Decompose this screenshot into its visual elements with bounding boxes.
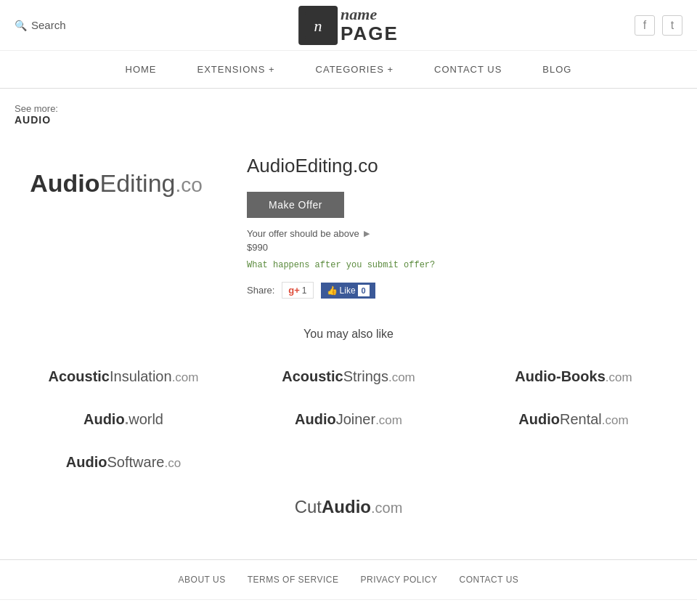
list-item[interactable]: CutAudio.com xyxy=(289,491,409,523)
listing-area: AudioEditing.co AudioEditing.co Make Off… xyxy=(15,140,682,299)
fb-like-button[interactable]: 👍 Like 0 xyxy=(321,283,375,299)
domain-logo-light: Editing xyxy=(99,169,175,197)
also-like-section: You may also like AcousticInsulation.com… xyxy=(15,328,682,523)
svg-text:n: n xyxy=(314,17,322,35)
nav-blog[interactable]: BLOG xyxy=(537,51,577,88)
footer-contact[interactable]: CONTACT US xyxy=(459,575,518,585)
list-item[interactable]: AudioSoftware.co xyxy=(60,448,187,477)
search-trigger[interactable]: 🔍 Search xyxy=(15,19,66,31)
twitter-icon[interactable]: t xyxy=(662,15,682,36)
domain-logo-tld: .co xyxy=(175,174,202,196)
footer-about[interactable]: ABOUT US xyxy=(179,575,226,585)
list-item[interactable]: AudioJoiner.com xyxy=(289,405,408,434)
see-more: See more: AUDIO xyxy=(15,103,682,126)
facebook-icon[interactable]: f xyxy=(635,15,655,36)
offer-amount: $990 xyxy=(247,242,682,253)
also-like-title: You may also like xyxy=(15,328,682,341)
logo-text: name PAGE xyxy=(341,6,399,44)
footer-links: ABOUT US TERMS OF SERVICE PRIVACY POLICY… xyxy=(0,560,697,600)
see-more-link[interactable]: AUDIO xyxy=(15,114,682,126)
share-label: Share: xyxy=(247,285,274,296)
domain-title: AudioEditing.co xyxy=(247,155,682,177)
share-row: Share: g+ 1 👍 Like 0 xyxy=(247,282,682,299)
nav-contact[interactable]: CONTACT US xyxy=(428,51,508,88)
domain-logo-large: AudioEditing.co xyxy=(15,140,218,227)
what-happens-link[interactable]: What happens after you submit offer? xyxy=(247,260,682,270)
social-icons: f t xyxy=(635,15,682,36)
header: 🔍 Search n name PAGE f t xyxy=(0,0,697,51)
list-item[interactable]: AudioRental.com xyxy=(513,405,634,434)
gplus-icon: g+ xyxy=(288,285,300,296)
search-icon: 🔍 xyxy=(15,20,27,31)
see-more-label: See more: xyxy=(15,103,682,114)
footer-copyright: © 2017 Namepage. xyxy=(0,600,697,616)
list-item[interactable]: Audio.world xyxy=(78,405,169,434)
offer-hint: Your offer should be above ▶ xyxy=(247,228,682,239)
footer-privacy[interactable]: PRIVACY POLICY xyxy=(361,575,438,585)
nav-categories[interactable]: CATEGORIES + xyxy=(310,51,399,88)
footer-terms[interactable]: TERMS OF SERVICE xyxy=(248,575,339,585)
main-nav: HOME EXTENSIONS + CATEGORIES + CONTACT U… xyxy=(0,51,697,89)
also-like-grid-last: CutAudio.com xyxy=(15,491,682,523)
logo[interactable]: n name PAGE xyxy=(298,6,399,45)
gplus-label: 1 xyxy=(302,285,307,296)
domain-logo-text: AudioEditing.co xyxy=(30,169,203,198)
also-like-grid: AcousticInsulation.com AcousticStrings.c… xyxy=(15,362,682,477)
fb-count: 0 xyxy=(358,285,370,296)
fb-thumb-icon: 👍 xyxy=(327,285,338,296)
offer-hint-arrow: ▶ xyxy=(364,229,370,238)
list-item[interactable]: AcousticStrings.com xyxy=(276,362,421,391)
domain-details: AudioEditing.co Make Offer Your offer sh… xyxy=(247,140,682,299)
nav-extensions[interactable]: EXTENSIONS + xyxy=(192,51,281,88)
logo-icon: n xyxy=(298,6,338,45)
domain-logo-bold: Audio xyxy=(30,169,99,197)
search-label: Search xyxy=(31,19,66,31)
list-item[interactable]: AcousticInsulation.com xyxy=(43,362,205,391)
make-offer-button[interactable]: Make Offer xyxy=(247,192,344,218)
list-item[interactable]: Audio-Books.com xyxy=(509,362,637,391)
nav-home[interactable]: HOME xyxy=(120,51,163,88)
gplus-button[interactable]: g+ 1 xyxy=(282,282,313,299)
main-content: See more: AUDIO AudioEditing.co AudioEdi… xyxy=(0,89,697,559)
